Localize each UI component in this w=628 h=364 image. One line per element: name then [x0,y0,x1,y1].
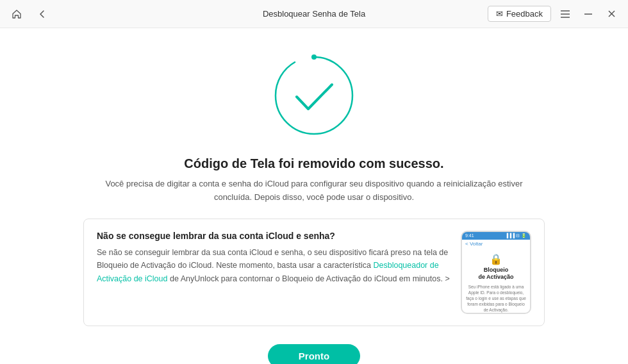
minimize-button[interactable] [579,5,597,23]
info-box: Não se consegue lembrar da sua conta iCl… [83,219,545,326]
success-title: Código de Tela foi removido com sucesso. [184,156,443,171]
success-circle [266,47,362,144]
main-content: Código de Tela foi removido com sucesso.… [0,28,628,364]
feedback-label: Feedback [506,9,543,19]
info-box-body: Se não se conseguir lembrar da sua conta… [97,246,450,286]
phone-content: 🔒 Bloqueio de Activação Seu iPhone está … [462,248,530,314]
feedback-button[interactable]: ✉ Feedback [488,6,551,22]
menu-button[interactable] [556,5,574,23]
titlebar: Desbloquear Senha de Tela ✉ Feedback [0,0,628,28]
info-box-text: Não se consegue lembrar da sua conta iCl… [97,231,450,314]
phone-back-label: < Voltar [465,241,483,247]
info-box-title: Não se consegue lembrar da sua conta iCl… [97,231,450,241]
info-body-part2: de AnyUnlock para contornar o Bloqueio d… [167,274,449,283]
phone-signal: ▐▐▐ ⊟ 🔋 [505,233,527,238]
phone-mockup: 9:41 ▐▐▐ ⊟ 🔋 < Voltar 🔒 Bloqueio de Acti… [461,231,531,314]
phone-back-btn: < Voltar [462,240,530,248]
titlebar-right: ✉ Feedback [488,5,620,23]
window-title: Desbloquear Senha de Tela [263,9,365,19]
svg-point-7 [311,54,317,60]
back-button[interactable] [33,5,51,23]
titlebar-left [8,5,51,23]
phone-lock-icon: 🔒 [490,253,502,265]
svg-point-6 [276,57,352,134]
phone-activation-title: Bloqueio de Activação [478,267,513,281]
close-button[interactable] [602,5,620,23]
success-subtitle: Você precisa de digitar a conta e senha … [103,178,525,204]
phone-status-bar: 9:41 ▐▐▐ ⊟ 🔋 [462,232,530,240]
done-button[interactable]: Pronto [268,344,360,364]
phone-time: 9:41 [465,233,474,238]
feedback-icon: ✉ [496,9,503,19]
home-button[interactable] [8,5,26,23]
phone-body-text: Seu iPhone está ligado à uma Apple ID. P… [466,284,526,313]
